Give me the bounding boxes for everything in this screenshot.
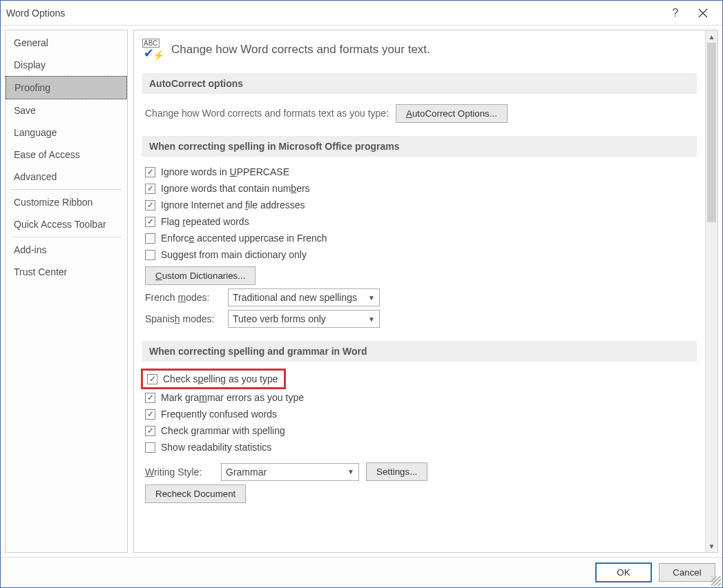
option-ignore-uppercase[interactable]: ✓ Ignore words in UPPERCASE [145,164,694,180]
checkbox-icon: ✓ [147,374,157,384]
word-options-dialog: Word Options ? General Display Proofing … [0,0,723,588]
checkbox-icon [145,442,155,453]
sidebar-item-language[interactable]: Language [6,121,127,144]
option-label: Enforce accented uppercase in French [161,233,327,244]
sidebar-item-proofing[interactable]: Proofing [6,76,127,99]
section-word-body: ✓ Check spelling as you type ✓ Mark gram… [142,362,697,512]
writing-style-select[interactable]: Grammar ▼ [221,463,359,481]
section-office-body: ✓ Ignore words in UPPERCASE ✓ Ignore wor… [142,157,697,337]
spanish-modes-select[interactable]: Tuteo verb forms only ▼ [228,310,380,328]
option-ignore-numbers[interactable]: ✓ Ignore words that contain numbers [145,180,694,197]
option-frequently-confused[interactable]: ✓ Frequently confused words [145,406,694,422]
sidebar-item-display[interactable]: Display [6,54,127,76]
sidebar-item-general[interactable]: General [6,32,127,54]
option-main-dictionary-only[interactable]: Suggest from main dictionary only [145,246,694,263]
option-show-readability[interactable]: Show readability statistics [145,439,694,455]
close-icon [698,8,708,18]
section-word-title: When correcting spelling and grammar in … [142,341,697,362]
sidebar-item-customize-ribbon[interactable]: Customize Ribbon [6,191,127,213]
vertical-scrollbar[interactable]: ▲ ▼ [705,30,717,552]
scroll-down-icon[interactable]: ▼ [706,540,717,552]
lightning-icon: ⚡ [153,50,164,61]
option-check-spelling-as-you-type[interactable]: ✓ Check spelling as you type [141,369,286,389]
window-title: Word Options [6,8,662,19]
page-header: ABC ✔ ⚡ Change how Word corrects and for… [142,35,697,69]
select-value: Tuteo verb forms only [233,313,326,324]
close-button[interactable] [689,1,717,26]
custom-dictionaries-button[interactable]: Custom Dictionaries... [145,266,256,285]
option-label: Mark grammar errors as you type [161,392,304,403]
sidebar-item-advanced[interactable]: Advanced [6,166,127,188]
cancel-button[interactable]: Cancel [659,563,715,582]
checkbox-icon: ✓ [145,393,155,403]
french-modes-label: French modes: [145,292,221,303]
checkbox-icon: ✓ [145,409,155,420]
settings-button[interactable]: Settings... [366,462,427,481]
select-value: Grammar [226,467,267,478]
writing-style-label: Writing Style: [145,467,214,478]
section-autocorrect-title: AutoCorrect options [142,73,697,94]
scroll-up-icon[interactable]: ▲ [706,30,717,43]
french-modes-select[interactable]: Traditional and new spellings ▼ [228,288,380,306]
checkbox-icon: ✓ [145,426,155,436]
option-label: Suggest from main dictionary only [161,249,307,260]
option-check-grammar-with-spelling[interactable]: ✓ Check grammar with spelling [145,422,694,439]
chevron-down-icon: ▼ [368,315,375,323]
option-flag-repeated[interactable]: ✓ Flag repeated words [145,213,694,230]
page-header-text: Change how Word corrects and formats you… [171,43,430,57]
content-wrap: ABC ✔ ⚡ Change how Word corrects and for… [133,30,718,553]
ok-button[interactable]: OK [595,562,652,582]
sidebar-item-save[interactable]: Save [6,99,127,121]
scrollbar-thumb[interactable] [707,43,716,222]
recheck-document-button[interactable]: Recheck Document [145,484,246,503]
section-autocorrect-body: Change how Word corrects and formats tex… [142,94,697,132]
option-label: Check grammar with spelling [161,425,285,436]
option-label: Ignore words in UPPERCASE [161,166,289,177]
section-office-title: When correcting spelling in Microsoft Of… [142,136,697,157]
option-label: Ignore Internet and file addresses [161,199,305,210]
proofing-icon: ABC ✔ ⚡ [142,39,164,61]
option-ignore-internet[interactable]: ✓ Ignore Internet and file addresses [145,197,694,213]
resize-grip-icon[interactable] [711,576,721,586]
autocorrect-desc: Change how Word corrects and formats tex… [145,108,389,119]
sidebar: General Display Proofing Save Language E… [5,30,128,553]
dialog-body: General Display Proofing Save Language E… [1,26,722,557]
sidebar-separator [11,189,122,190]
content-panel: ABC ✔ ⚡ Change how Word corrects and for… [134,30,705,552]
checkbox-icon [145,250,155,260]
checkbox-icon [145,233,155,244]
sidebar-separator [11,237,122,237]
dialog-footer: OK Cancel [1,557,722,587]
option-mark-grammar-as-you-type[interactable]: ✓ Mark grammar errors as you type [145,389,694,406]
chevron-down-icon: ▼ [368,294,375,302]
checkbox-icon: ✓ [145,184,155,194]
checkbox-icon: ✓ [145,217,155,227]
titlebar: Word Options ? [1,1,722,26]
checkbox-icon: ✓ [145,200,155,210]
sidebar-item-trust-center[interactable]: Trust Center [6,261,127,283]
chevron-down-icon: ▼ [347,468,354,476]
select-value: Traditional and new spellings [233,292,357,303]
help-button[interactable]: ? [662,1,689,26]
sidebar-item-ease-of-access[interactable]: Ease of Access [6,144,127,166]
option-label: Flag repeated words [161,216,249,227]
option-label: Frequently confused words [161,409,277,420]
spanish-modes-label: Spanish modes: [145,313,221,324]
option-label: Show readability statistics [161,442,271,453]
sidebar-item-qat[interactable]: Quick Access Toolbar [6,213,127,235]
option-label: Ignore words that contain numbers [161,183,310,194]
checkbox-icon: ✓ [145,167,155,177]
option-label: Check spelling as you type [163,373,278,384]
sidebar-item-addins[interactable]: Add-ins [6,239,127,261]
autocorrect-options-button[interactable]: AutoCorrect Options... [396,104,508,123]
option-enforce-french[interactable]: Enforce accented uppercase in French [145,230,694,246]
